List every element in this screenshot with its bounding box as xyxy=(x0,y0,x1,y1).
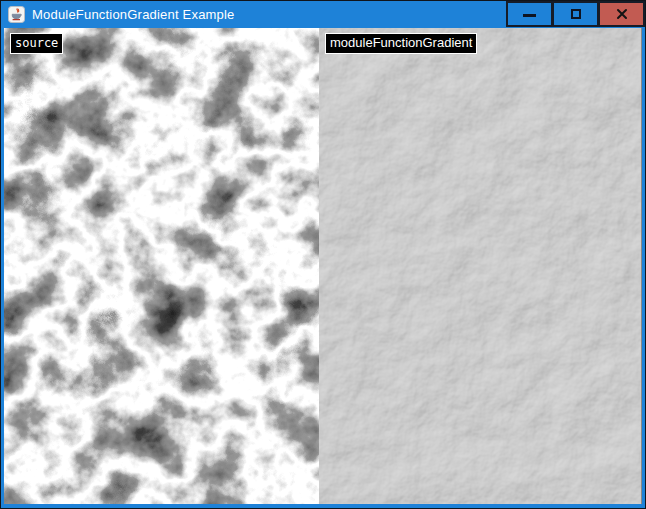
close-x-icon xyxy=(616,8,628,20)
minimize-button[interactable] xyxy=(506,1,553,27)
maximize-square-icon xyxy=(571,9,581,19)
app-window: ModuleFunctionGradient Example xyxy=(0,0,646,509)
titlebar[interactable]: ModuleFunctionGradient Example xyxy=(1,1,645,28)
image-label-source: source xyxy=(10,33,63,54)
window-title: ModuleFunctionGradient Example xyxy=(32,1,235,28)
gradient-image-panel: moduleFunctionGradient xyxy=(319,28,642,504)
maximize-button[interactable] xyxy=(552,1,599,27)
window-controls xyxy=(506,1,645,28)
java-coffee-cup-icon xyxy=(8,6,25,23)
image-label-module-function-gradient: moduleFunctionGradient xyxy=(325,33,477,54)
source-noise-image xyxy=(4,28,319,504)
module-function-gradient-image xyxy=(319,28,641,504)
minimize-dash-icon xyxy=(523,14,536,17)
close-button[interactable] xyxy=(598,1,645,27)
source-image-panel: source xyxy=(4,28,319,504)
content-area: source xyxy=(1,28,645,508)
